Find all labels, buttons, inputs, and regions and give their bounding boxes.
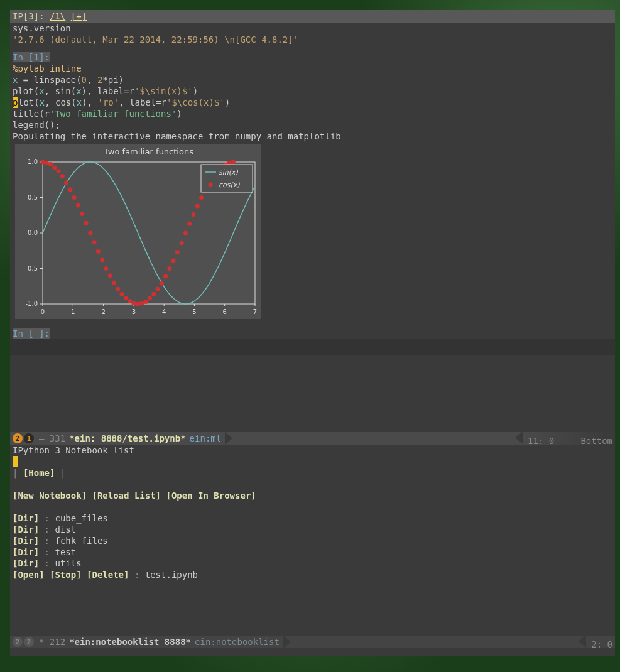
svg-point-47 [116,287,120,291]
svg-point-41 [92,240,97,244]
svg-point-34 [64,180,68,185]
window-badge-icon: 2 [13,433,23,443]
svg-point-49 [124,296,128,300]
empty-cell[interactable]: In [ ]: [10,328,615,339]
svg-text:sin(x): sin(x) [219,168,239,176]
scroll-position: Bottom [580,436,612,446]
list-item: [Dir] : cube_files [13,512,612,524]
svg-point-50 [128,299,132,303]
svg-text:0.0: 0.0 [28,229,38,236]
svg-point-32 [57,169,61,173]
magic: %pylab inline [13,63,82,73]
add-cell-link[interactable]: [+] [71,11,87,21]
svg-point-28 [41,160,45,165]
code-line: x = linspace(0, 2*pi) [13,74,612,85]
cell-in1[interactable]: In [1]: %pylab inline x = linspace(0, 2*… [10,51,615,142]
svg-point-58 [160,281,164,286]
svg-text:0.5: 0.5 [28,194,38,201]
list-item: [Dir] : dist [13,524,612,535]
window-badge-icon: 1 [24,433,34,443]
svg-point-37 [76,203,80,207]
svg-point-52 [136,302,140,306]
svg-point-68 [199,195,204,200]
dir-name: dist [55,524,76,534]
cell-header: IP[3]: /1\ [+] [10,10,615,23]
svg-text:3: 3 [132,308,136,315]
major-mode: ein:notebooklist [195,637,280,647]
svg-point-54 [144,300,148,304]
svg-point-31 [52,166,57,170]
separator-icon [579,635,586,648]
svg-point-40 [88,231,92,236]
list-item: [Open] [Stop] [Delete] : test.ipynb [13,569,612,580]
dir-link[interactable]: [Dir] [13,536,39,546]
new-notebook-button[interactable]: [New Notebook] [13,490,87,501]
cell-output-top: sys.version '2.7.6 (default, Mar 22 2014… [10,23,615,45]
code-line: sys.version [13,23,612,34]
dir-link[interactable]: [Dir] [13,558,39,568]
svg-point-66 [191,212,195,217]
svg-point-53 [139,301,144,305]
svg-point-46 [112,281,116,285]
svg-point-56 [151,292,156,296]
notebook-pane[interactable]: IP[3]: /1\ [+] sys.version '2.7.6 (defau… [10,10,615,432]
in-prompt: In [1]: [13,52,50,62]
separator-icon [283,636,291,648]
svg-text:7: 7 [253,308,257,315]
major-mode: ein:ml [190,433,222,443]
svg-text:0: 0 [41,308,45,315]
svg-point-43 [100,257,104,262]
minibuffer[interactable] [10,648,615,656]
file-name: test.ipynb [145,570,198,580]
open-button[interactable]: [Open] [13,570,45,580]
nblist-actions: [New Notebook] [Reload List] [Open In Br… [13,490,612,501]
dir-link[interactable]: [Dir] [13,513,39,523]
code-line: title(r'Two familiar functions') [13,108,612,119]
dir-link[interactable]: [Dir] [13,547,39,557]
code-line: plot(x, sin(x), label=r'$\sin(x)$') [13,85,612,97]
code-line: plot(x, cos(x), 'ro', label=r'$\cos(x)$'… [13,97,612,108]
in-prompt-empty: In [ ]: [13,328,50,339]
svg-point-51 [131,301,136,305]
dir-name: test [55,547,76,557]
svg-point-35 [68,188,72,192]
svg-point-48 [120,292,124,296]
dir-name: utils [55,558,81,568]
home-link[interactable]: [Home] [23,468,55,478]
output-line: '2.7.6 (default, Mar 22 2014, 22:59:56) … [13,34,612,45]
svg-point-38 [80,212,84,216]
separator-icon [515,431,523,444]
stop-button[interactable]: [Stop] [50,570,82,580]
delete-button[interactable]: [Delete] [87,570,129,580]
svg-point-62 [175,250,180,254]
dir-link[interactable]: [Dir] [13,524,39,534]
list-item: [Dir] : fchk_files [13,535,612,546]
plot-svg: Two familiar functions01234567-1.0-0.50.… [15,144,261,319]
svg-point-33 [60,174,65,178]
svg-point-55 [148,296,152,300]
ml-line-info: * 212 [39,637,65,647]
buffer-name[interactable]: *ein:notebooklist 8888* [69,637,191,647]
svg-point-64 [183,231,188,236]
modeline-bottom: 2 2 * 212 *ein:notebooklist 8888* ein:no… [10,636,615,648]
svg-point-44 [104,266,108,271]
emacs-window: IP[3]: /1\ [+] sys.version '2.7.6 (defau… [10,10,615,651]
svg-text:5: 5 [192,308,196,315]
open-browser-button[interactable]: [Open In Browser] [166,490,256,501]
buffer-name[interactable]: *ein: 8888/test.ipynb* [69,433,185,443]
svg-point-59 [163,274,168,278]
svg-point-60 [167,266,171,271]
list-item: [Dir] : utils [13,558,612,569]
cursor: p [13,97,18,108]
inline-plot: Two familiar functions01234567-1.0-0.50.… [15,144,261,319]
svg-text:6: 6 [223,308,227,315]
breadcrumb: | [Home] | [13,467,612,479]
svg-point-67 [195,204,200,209]
empty-cell-body[interactable] [10,339,615,355]
svg-point-39 [84,221,89,225]
notebooklist-pane[interactable]: IPython 3 Notebook list | [Home] | [New … [10,445,615,636]
kernel-link[interactable]: /1\ [50,11,65,21]
reload-list-button[interactable]: [Reload List] [92,490,161,501]
ml-line-info: — 331 [39,433,65,443]
svg-text:Two familiar functions: Two familiar functions [104,147,193,156]
